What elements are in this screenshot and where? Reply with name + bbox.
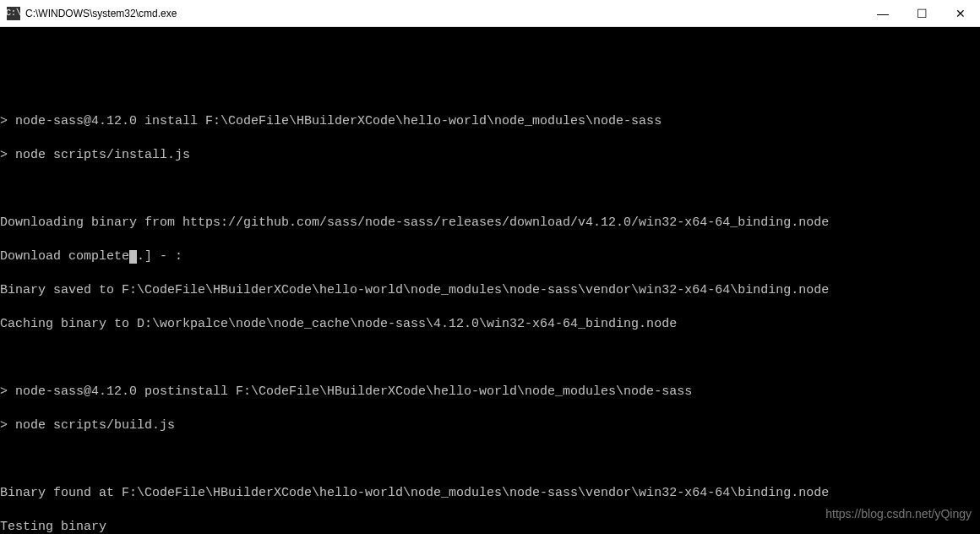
output-line: Binary found at F:\CodeFile\HBuilderXCod… [0, 485, 980, 502]
watermark-text: https://blog.csdn.net/yQingy [825, 505, 972, 522]
output-line: > node-sass@4.12.0 install F:\CodeFile\H… [0, 113, 980, 130]
output-line: Download complete.] - : [0, 248, 980, 265]
output-line: > node scripts/build.js [0, 417, 980, 434]
cursor-block [129, 250, 137, 264]
minimize-button[interactable]: — [863, 0, 902, 26]
titlebar: C:\ C:\WINDOWS\system32\cmd.exe — ☐ ✕ [0, 0, 980, 27]
cmd-icon: C:\ [7, 7, 20, 20]
output-line: Downloading binary from https://github.c… [0, 215, 980, 232]
maximize-button[interactable]: ☐ [902, 0, 941, 26]
output-line: > node-sass@4.12.0 postinstall F:\CodeFi… [0, 384, 980, 400]
window-title: C:\WINDOWS\system32\cmd.exe [25, 8, 863, 19]
close-button[interactable]: ✕ [941, 0, 980, 26]
window-controls: — ☐ ✕ [863, 0, 980, 26]
output-line: > node scripts/install.js [0, 147, 980, 164]
terminal-output[interactable]: > node-sass@4.12.0 install F:\CodeFile\H… [0, 27, 980, 534]
output-line: Binary saved to F:\CodeFile\HBuilderXCod… [0, 282, 980, 299]
output-line: Caching binary to D:\workpalce\node\node… [0, 316, 980, 333]
